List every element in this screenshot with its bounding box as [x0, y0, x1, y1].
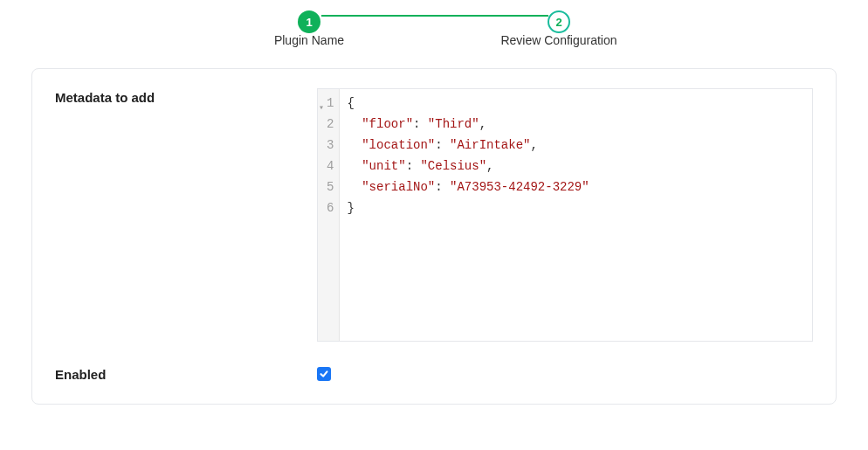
code-line: { — [347, 93, 589, 114]
check-icon — [319, 369, 329, 379]
code-line: } — [347, 197, 589, 218]
gutter-line: 4 — [327, 156, 334, 177]
code-line: "floor": "Third", — [347, 114, 589, 135]
fold-icon[interactable]: ▾ — [319, 98, 324, 119]
gutter-line: 5 — [327, 177, 334, 197]
config-card: Metadata to add 1▾23456 { "floor": "Thir… — [31, 68, 837, 405]
step-circle-current: 2 — [548, 10, 570, 33]
code-area[interactable]: { "floor": "Third", "location": "AirInta… — [340, 89, 596, 341]
stepper: 1 Plugin Name 2 Review Configuration — [0, 0, 868, 47]
step-label: Plugin Name — [274, 33, 344, 47]
gutter-line: 6 — [327, 197, 334, 218]
gutter-line: 3 — [327, 135, 334, 156]
enabled-label: Enabled — [55, 367, 317, 382]
step-number: 1 — [306, 16, 312, 29]
stepper-connector — [321, 15, 548, 17]
metadata-row: Metadata to add 1▾23456 { "floor": "Thir… — [55, 88, 813, 342]
gutter-line: 1▾ — [327, 93, 334, 114]
enabled-row: Enabled — [55, 366, 813, 383]
step-number: 2 — [555, 16, 561, 29]
metadata-code-editor[interactable]: 1▾23456 { "floor": "Third", "location": … — [317, 88, 813, 342]
enabled-checkbox[interactable] — [317, 367, 331, 381]
step-circle-done: 1 — [298, 10, 320, 33]
step-label: Review Configuration — [500, 33, 617, 47]
code-line: "location": "AirIntake", — [347, 135, 589, 156]
metadata-label: Metadata to add — [55, 88, 317, 105]
code-gutter: 1▾23456 — [318, 89, 340, 341]
gutter-line: 2 — [327, 114, 334, 135]
code-line: "serialNo": "A73953-42492-3229" — [347, 177, 589, 197]
code-line: "unit": "Celsius", — [347, 156, 589, 177]
